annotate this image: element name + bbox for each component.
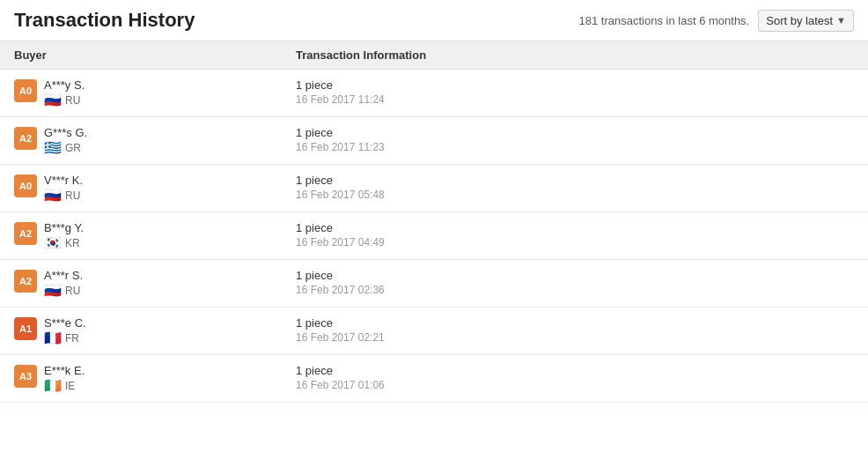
- col-transaction-header: Transaction Information: [296, 48, 854, 62]
- sort-button[interactable]: Sort by latest ▼: [758, 10, 854, 32]
- flag-icon: 🇷🇺: [44, 93, 62, 108]
- avatar: A2: [14, 270, 37, 293]
- transaction-date: 16 Feb 2017 02:36: [296, 284, 854, 296]
- buyer-country: 🇮🇪 IE: [44, 379, 85, 393]
- transaction-cell: 1 piece 16 Feb 2017 02:21: [296, 316, 854, 344]
- buyer-name: B***g Y.: [44, 221, 84, 234]
- transaction-quantity: 1 piece: [296, 316, 854, 330]
- table-row: A0 A***y S. 🇷🇺 RU 1 piece 16 Feb 2017 11…: [0, 70, 868, 117]
- avatar: A2: [14, 222, 37, 245]
- transaction-date: 16 Feb 2017 05:48: [296, 189, 854, 201]
- buyer-name: E***k E.: [44, 364, 85, 377]
- buyer-name: S***e C.: [44, 316, 86, 330]
- buyer-country: 🇬🇷 GR: [44, 141, 87, 155]
- flag-icon: 🇬🇷: [44, 141, 62, 155]
- transaction-quantity: 1 piece: [296, 126, 854, 139]
- page-title: Transaction History: [14, 9, 195, 32]
- country-code: FR: [65, 332, 79, 345]
- transaction-quantity: 1 piece: [296, 269, 854, 282]
- transaction-date: 16 Feb 2017 11:23: [296, 141, 854, 153]
- table-header: Buyer Transaction Information: [0, 41, 868, 70]
- buyer-country: 🇷🇺 RU: [44, 93, 85, 108]
- transaction-cell: 1 piece 16 Feb 2017 01:06: [296, 364, 854, 391]
- transaction-quantity: 1 piece: [296, 364, 854, 377]
- avatar: A1: [14, 317, 37, 340]
- buyer-country: 🇫🇷 FR: [44, 331, 86, 345]
- buyer-info: A***r S. 🇷🇺 RU: [44, 269, 83, 298]
- buyer-cell: A2 G***s G. 🇬🇷 GR: [14, 126, 296, 155]
- transaction-cell: 1 piece 16 Feb 2017 02:36: [296, 269, 854, 296]
- country-code: RU: [65, 94, 80, 107]
- page-header: Transaction History 181 transactions in …: [0, 0, 868, 41]
- transaction-date: 16 Feb 2017 11:24: [296, 93, 854, 106]
- table-row: A2 G***s G. 🇬🇷 GR 1 piece 16 Feb 2017 11…: [0, 117, 868, 165]
- buyer-cell: A0 A***y S. 🇷🇺 RU: [14, 78, 296, 108]
- country-code: RU: [65, 189, 80, 202]
- transaction-date: 16 Feb 2017 02:21: [296, 331, 854, 344]
- buyer-cell: A2 A***r S. 🇷🇺 RU: [14, 269, 296, 298]
- buyer-name: A***y S.: [44, 78, 85, 92]
- table-row: A2 B***g Y. 🇰🇷 KR 1 piece 16 Feb 2017 04…: [0, 212, 868, 260]
- transaction-quantity: 1 piece: [296, 78, 854, 92]
- buyer-name: V***r K.: [44, 174, 83, 187]
- buyer-info: E***k E. 🇮🇪 IE: [44, 364, 85, 393]
- flag-icon: 🇫🇷: [44, 331, 62, 345]
- buyer-country: 🇰🇷 KR: [44, 236, 84, 250]
- buyer-info: V***r K. 🇷🇺 RU: [44, 174, 83, 203]
- country-code: KR: [65, 237, 80, 249]
- col-buyer-header: Buyer: [14, 48, 296, 62]
- buyer-cell: A3 E***k E. 🇮🇪 IE: [14, 364, 296, 393]
- transaction-list: A0 A***y S. 🇷🇺 RU 1 piece 16 Feb 2017 11…: [0, 70, 868, 403]
- avatar: A0: [14, 79, 37, 102]
- transaction-cell: 1 piece 16 Feb 2017 04:49: [296, 221, 854, 249]
- flag-icon: 🇰🇷: [44, 236, 62, 250]
- header-right: 181 transactions in last 6 months. Sort …: [579, 10, 854, 32]
- avatar: A2: [14, 127, 37, 150]
- flag-icon: 🇷🇺: [44, 189, 62, 203]
- buyer-info: S***e C. 🇫🇷 FR: [44, 316, 86, 345]
- transaction-quantity: 1 piece: [296, 221, 854, 234]
- sort-label: Sort by latest: [766, 14, 833, 27]
- avatar: A0: [14, 174, 37, 197]
- buyer-info: G***s G. 🇬🇷 GR: [44, 126, 87, 155]
- buyer-cell: A0 V***r K. 🇷🇺 RU: [14, 174, 296, 203]
- table-row: A3 E***k E. 🇮🇪 IE 1 piece 16 Feb 2017 01…: [0, 355, 868, 403]
- transaction-date: 16 Feb 2017 01:06: [296, 379, 854, 391]
- transaction-cell: 1 piece 16 Feb 2017 05:48: [296, 174, 854, 201]
- country-code: IE: [65, 380, 75, 392]
- buyer-cell: A2 B***g Y. 🇰🇷 KR: [14, 221, 296, 250]
- buyer-country: 🇷🇺 RU: [44, 284, 83, 298]
- transaction-count: 181 transactions in last 6 months.: [579, 14, 750, 27]
- country-code: RU: [65, 285, 80, 297]
- transaction-date: 16 Feb 2017 04:49: [296, 236, 854, 249]
- country-code: GR: [65, 142, 81, 154]
- buyer-info: A***y S. 🇷🇺 RU: [44, 78, 85, 108]
- transaction-quantity: 1 piece: [296, 174, 854, 187]
- buyer-cell: A1 S***e C. 🇫🇷 FR: [14, 316, 296, 345]
- avatar: A3: [14, 365, 37, 388]
- buyer-info: B***g Y. 🇰🇷 KR: [44, 221, 84, 250]
- transaction-cell: 1 piece 16 Feb 2017 11:23: [296, 126, 854, 153]
- table-row: A2 A***r S. 🇷🇺 RU 1 piece 16 Feb 2017 02…: [0, 260, 868, 308]
- buyer-name: G***s G.: [44, 126, 87, 139]
- table-row: A0 V***r K. 🇷🇺 RU 1 piece 16 Feb 2017 05…: [0, 165, 868, 212]
- buyer-name: A***r S.: [44, 269, 83, 282]
- transaction-cell: 1 piece 16 Feb 2017 11:24: [296, 78, 854, 106]
- flag-icon: 🇷🇺: [44, 284, 62, 298]
- buyer-country: 🇷🇺 RU: [44, 189, 83, 203]
- table-row: A1 S***e C. 🇫🇷 FR 1 piece 16 Feb 2017 02…: [0, 308, 868, 355]
- flag-icon: 🇮🇪: [44, 379, 62, 393]
- sort-arrow-icon: ▼: [836, 15, 846, 26]
